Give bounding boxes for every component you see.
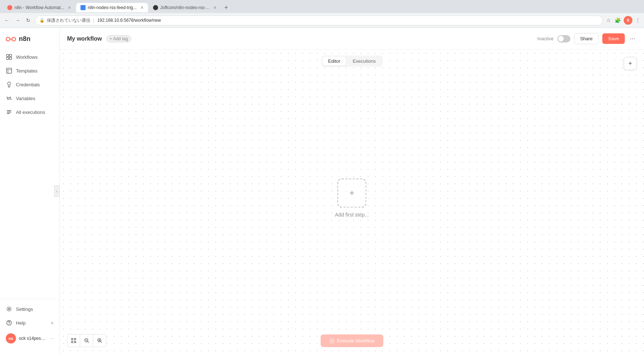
save-button[interactable]: Save bbox=[602, 33, 625, 44]
sidebar-item-settings[interactable]: Settings bbox=[0, 302, 59, 316]
zoom-out-button[interactable] bbox=[80, 334, 93, 347]
sidebar-label-variables: Variables bbox=[16, 96, 35, 101]
main-content: My workflow + Add tag Inactive Share Sav… bbox=[60, 28, 644, 354]
workflow-title: My workflow bbox=[67, 36, 102, 42]
svg-rect-6 bbox=[9, 57, 12, 59]
canvas-toolbar bbox=[67, 334, 106, 347]
toggle-thumb bbox=[558, 36, 564, 42]
first-step-container: + Add first step... bbox=[335, 178, 369, 218]
share-label: Share bbox=[580, 36, 593, 41]
svg-rect-12 bbox=[7, 113, 10, 114]
back-button[interactable]: ← bbox=[3, 16, 11, 25]
svg-rect-17 bbox=[74, 338, 76, 340]
browser-avatar-initials: S bbox=[627, 18, 629, 22]
svg-rect-18 bbox=[71, 341, 73, 343]
browser-toolbar-icons: ☆ 🧩 S ⋮ bbox=[606, 16, 641, 25]
tab-close-2[interactable]: ✕ bbox=[140, 5, 144, 10]
variables-icon bbox=[6, 95, 12, 102]
svg-rect-11 bbox=[7, 112, 11, 112]
workflow-canvas[interactable]: Editor Executions + + Add first step... bbox=[60, 50, 644, 354]
sidebar-item-credentials[interactable]: Credentials bbox=[0, 78, 59, 91]
n8n-logo-icon bbox=[6, 36, 16, 43]
browser-tab-1[interactable]: n8n - Workflow Automat... ✕ bbox=[3, 3, 75, 12]
browser-tab-3[interactable]: Joffcom/n8n-nodes-rss-... ✕ bbox=[149, 3, 221, 12]
inactive-label: Inactive bbox=[537, 36, 554, 41]
sidebar-label-credentials: Credentials bbox=[16, 82, 40, 87]
address-bar: ← → ↻ 🔒 保護されていない通信 | 192.168.10.6:5678/w… bbox=[0, 13, 644, 28]
tab-label-3: Joffcom/n8n-nodes-rss-... bbox=[160, 5, 210, 10]
sidebar-label-templates: Templates bbox=[16, 68, 37, 74]
sidebar: n8n Workflows bbox=[0, 28, 60, 354]
tab-label-2: n8n-nodes-rss-feed-trig... bbox=[88, 5, 137, 10]
tab-editor[interactable]: Editor bbox=[322, 57, 346, 66]
more-options-button[interactable]: ··· bbox=[628, 33, 637, 44]
lock-icon: 🔒 bbox=[40, 18, 45, 23]
tab-executions[interactable]: Executions bbox=[347, 57, 382, 66]
url-bar[interactable]: 🔒 保護されていない通信 | 192.168.10.6:5678/workflo… bbox=[35, 16, 603, 25]
svg-point-15 bbox=[9, 324, 9, 325]
forward-button[interactable]: → bbox=[14, 16, 22, 25]
app-container: n8n Workflows bbox=[0, 28, 644, 354]
svg-point-13 bbox=[8, 308, 10, 310]
tab-executions-label: Executions bbox=[353, 58, 376, 64]
sidebar-item-variables[interactable]: Variables bbox=[0, 91, 59, 105]
reload-button[interactable]: ↻ bbox=[25, 16, 32, 25]
user-info: ock s14pes@g... bbox=[19, 336, 47, 341]
user-name: ock s14pes@g... bbox=[19, 336, 47, 341]
sidebar-label-workflows: Workflows bbox=[16, 54, 38, 60]
inactive-toggle[interactable] bbox=[557, 35, 570, 42]
user-avatar: os bbox=[6, 333, 16, 343]
svg-rect-19 bbox=[74, 341, 76, 343]
browser-avatar[interactable]: S bbox=[624, 16, 632, 25]
execute-workflow-label: Execute Workflow bbox=[337, 338, 375, 343]
fit-view-button[interactable] bbox=[67, 334, 80, 347]
user-menu-button[interactable]: ··· bbox=[50, 336, 54, 341]
logo-text: n8n bbox=[19, 35, 30, 43]
sidebar-collapse-button[interactable]: ‹ bbox=[54, 185, 60, 197]
tab-close-1[interactable]: ✕ bbox=[68, 5, 71, 10]
sidebar-label-help: Help bbox=[16, 320, 26, 326]
sidebar-bottom: Settings Help ∨ os ock s14pes bbox=[0, 299, 59, 350]
share-button[interactable]: Share bbox=[574, 33, 599, 44]
user-item[interactable]: os ock s14pes@g... ··· bbox=[0, 330, 59, 347]
extension-icon[interactable]: 🧩 bbox=[614, 17, 622, 24]
sidebar-item-workflows[interactable]: Workflows bbox=[0, 50, 59, 64]
help-chevron-icon: ∨ bbox=[51, 321, 54, 325]
node-plus-icon: + bbox=[349, 188, 354, 198]
bookmark-icon[interactable]: ☆ bbox=[606, 17, 612, 24]
templates-icon bbox=[6, 67, 12, 74]
credentials-icon bbox=[6, 81, 12, 88]
url-text: 192.168.10.6:5678/workflow/new bbox=[97, 18, 161, 23]
tab-favicon-1 bbox=[7, 5, 12, 10]
add-first-step-node[interactable]: + bbox=[338, 178, 367, 207]
browser-chrome: n8n - Workflow Automat... ✕ n8n-nodes-rs… bbox=[0, 0, 644, 28]
new-tab-button[interactable]: + bbox=[222, 4, 231, 12]
add-tag-button[interactable]: + Add tag bbox=[106, 35, 131, 42]
svg-marker-28 bbox=[331, 340, 333, 342]
svg-point-0 bbox=[6, 37, 10, 41]
sidebar-item-templates[interactable]: Templates bbox=[0, 64, 59, 78]
workflows-icon bbox=[6, 54, 12, 60]
sidebar-label-settings: Settings bbox=[16, 306, 33, 312]
workflow-header: My workflow + Add tag Inactive Share Sav… bbox=[60, 28, 644, 50]
tab-close-3[interactable]: ✕ bbox=[213, 5, 216, 10]
help-icon bbox=[6, 320, 12, 326]
zoom-in-button[interactable] bbox=[93, 334, 106, 347]
sidebar-item-all-executions[interactable]: All executions bbox=[0, 105, 59, 119]
browser-tab-2[interactable]: n8n-nodes-rss-feed-trig... ✕ bbox=[76, 3, 148, 12]
header-right: Inactive Share Save ··· bbox=[537, 33, 637, 44]
settings-icon bbox=[6, 306, 12, 312]
execute-workflow-button[interactable]: Execute Workflow bbox=[321, 334, 384, 347]
tab-favicon-2 bbox=[80, 5, 86, 10]
svg-rect-5 bbox=[7, 57, 9, 59]
tab-label-1: n8n - Workflow Automat... bbox=[15, 5, 64, 10]
sidebar-nav: Workflows Templates Cr bbox=[0, 50, 59, 299]
svg-line-26 bbox=[100, 342, 102, 343]
add-node-button[interactable]: + bbox=[624, 57, 637, 70]
first-step-label: Add first step... bbox=[335, 212, 369, 218]
sidebar-item-help[interactable]: Help ∨ bbox=[0, 316, 59, 330]
url-separator: | bbox=[93, 18, 94, 23]
menu-icon[interactable]: ⋮ bbox=[635, 17, 641, 24]
sidebar-label-all-executions: All executions bbox=[16, 110, 45, 115]
tab-favicon-3 bbox=[153, 5, 158, 10]
